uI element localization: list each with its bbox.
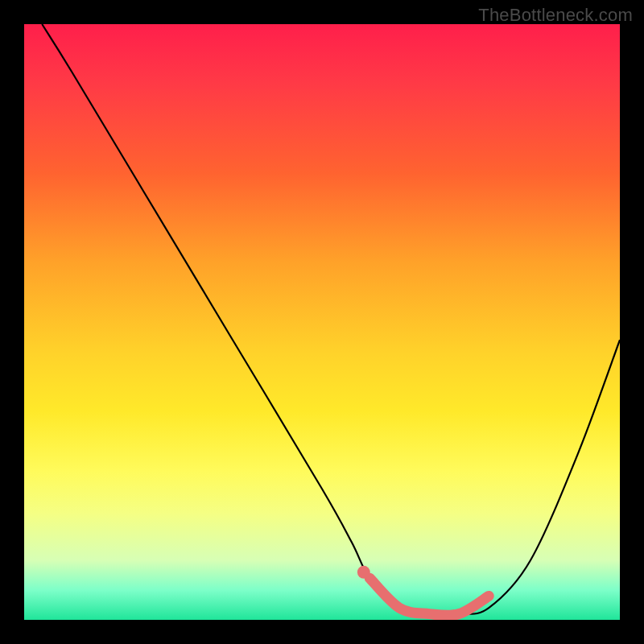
bottleneck-curve <box>42 24 620 615</box>
chart-frame: TheBottleneck.com <box>0 0 644 644</box>
highlight-start-dot <box>357 566 370 579</box>
chart-svg <box>24 24 620 620</box>
optimal-range-highlight <box>369 578 489 615</box>
watermark-text: TheBottleneck.com <box>478 5 633 26</box>
